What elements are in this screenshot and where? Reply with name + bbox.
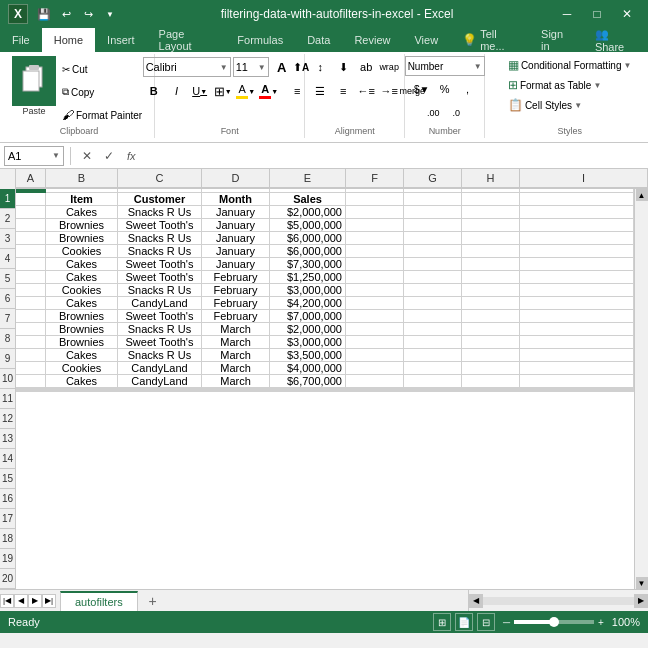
cell-d20[interactable]: [202, 391, 270, 392]
cell-a14[interactable]: [16, 349, 46, 362]
tab-nav-prev[interactable]: ◀: [14, 594, 28, 608]
zoom-in-button[interactable]: +: [598, 617, 604, 628]
cell-e4[interactable]: $5,000,000: [270, 219, 346, 232]
tab-nav-last[interactable]: ▶|: [42, 594, 56, 608]
row-num-10[interactable]: 10: [0, 369, 16, 389]
col-header-d[interactable]: D: [202, 169, 270, 188]
cell-h16[interactable]: [462, 375, 520, 388]
cell-h11[interactable]: [462, 310, 520, 323]
cell-a6[interactable]: [16, 245, 46, 258]
cell-f11[interactable]: [346, 310, 404, 323]
cell-h4[interactable]: [462, 219, 520, 232]
cell-f14[interactable]: [346, 349, 404, 362]
tab-nav-first[interactable]: |◀: [0, 594, 14, 608]
cell-b3[interactable]: Cakes: [46, 206, 118, 219]
format-as-table-button[interactable]: ⊞ Format as Table ▼: [503, 76, 637, 94]
row-num-6[interactable]: 6: [0, 289, 16, 309]
row-num-1[interactable]: 1: [0, 189, 16, 209]
cell-e2[interactable]: Sales: [270, 193, 346, 206]
zoom-out-button[interactable]: ─: [503, 617, 510, 628]
font-size-selector[interactable]: 11 ▼: [233, 57, 269, 77]
cell-g2[interactable]: [404, 193, 462, 206]
tab-sign-in[interactable]: Sign in: [529, 28, 583, 52]
number-format-selector[interactable]: Number ▼: [405, 56, 485, 76]
cell-c13[interactable]: Sweet Tooth's: [118, 336, 202, 349]
row-num-20[interactable]: 20: [0, 569, 16, 589]
cell-e9[interactable]: $3,000,000: [270, 284, 346, 297]
row-num-15[interactable]: 15: [0, 469, 16, 489]
cell-h5[interactable]: [462, 232, 520, 245]
row-num-3[interactable]: 3: [0, 229, 16, 249]
cell-a7[interactable]: [16, 258, 46, 271]
cell-f2[interactable]: [346, 193, 404, 206]
cell-g11[interactable]: [404, 310, 462, 323]
cell-e16[interactable]: $6,700,000: [270, 375, 346, 388]
cell-a15[interactable]: [16, 362, 46, 375]
fill-color-button[interactable]: A ▼: [235, 80, 257, 102]
cell-f7[interactable]: [346, 258, 404, 271]
maximize-button[interactable]: □: [584, 4, 610, 24]
cell-a5[interactable]: [16, 232, 46, 245]
cell-c4[interactable]: Sweet Tooth's: [118, 219, 202, 232]
undo-button[interactable]: ↩: [56, 4, 76, 24]
cell-a10[interactable]: [16, 297, 46, 310]
normal-view-button[interactable]: ⊞: [433, 613, 451, 631]
row-num-9[interactable]: 9: [0, 349, 16, 369]
tab-formulas[interactable]: Formulas: [225, 28, 295, 52]
decrease-indent-button[interactable]: ←≡: [355, 80, 377, 102]
cell-i8[interactable]: [520, 271, 634, 284]
close-button[interactable]: ✕: [614, 4, 640, 24]
col-header-h[interactable]: H: [462, 169, 520, 188]
row-num-5[interactable]: 5: [0, 269, 16, 289]
cell-g5[interactable]: [404, 232, 462, 245]
cell-f20[interactable]: [346, 391, 404, 392]
row-num-4[interactable]: 4: [0, 249, 16, 269]
cell-c20[interactable]: [118, 391, 202, 392]
cell-b10[interactable]: Cakes: [46, 297, 118, 310]
tab-share[interactable]: 👥 Share: [583, 28, 648, 52]
row-num-17[interactable]: 17: [0, 509, 16, 529]
col-header-b[interactable]: B: [46, 169, 118, 188]
align-bottom-button[interactable]: ⬇: [332, 56, 354, 78]
cell-e20[interactable]: [270, 391, 346, 392]
underline-button[interactable]: U ▼: [189, 80, 211, 102]
cell-e10[interactable]: $4,200,000: [270, 297, 346, 310]
cell-d5[interactable]: January: [202, 232, 270, 245]
cell-styles-button[interactable]: 📋 Cell Styles ▼: [503, 96, 637, 114]
formula-input[interactable]: [144, 146, 644, 166]
format-painter-button[interactable]: 🖌Format Painter: [58, 104, 146, 126]
tab-review[interactable]: Review: [342, 28, 402, 52]
font-color-button[interactable]: A ▼: [258, 80, 280, 102]
cell-b12[interactable]: Brownies: [46, 323, 118, 336]
cell-e8[interactable]: $1,250,000: [270, 271, 346, 284]
sheet-tab-autofilters[interactable]: autofilters: [60, 591, 138, 611]
cell-h7[interactable]: [462, 258, 520, 271]
cell-c7[interactable]: Sweet Tooth's: [118, 258, 202, 271]
cell-f8[interactable]: [346, 271, 404, 284]
cell-b7[interactable]: Cakes: [46, 258, 118, 271]
row-num-7[interactable]: 7: [0, 309, 16, 329]
cell-g9[interactable]: [404, 284, 462, 297]
cell-b13[interactable]: Brownies: [46, 336, 118, 349]
cell-e3[interactable]: $2,000,000: [270, 206, 346, 219]
cut-button[interactable]: ✂Cut: [58, 58, 146, 80]
cell-d8[interactable]: February: [202, 271, 270, 284]
bold-button[interactable]: B: [143, 80, 165, 102]
redo-button[interactable]: ↪: [78, 4, 98, 24]
cell-e14[interactable]: $3,500,000: [270, 349, 346, 362]
cell-h20[interactable]: [462, 391, 520, 392]
cell-d7[interactable]: January: [202, 258, 270, 271]
cell-g8[interactable]: [404, 271, 462, 284]
cell-e11[interactable]: $7,000,000: [270, 310, 346, 323]
comma-button[interactable]: ,: [457, 78, 479, 100]
col-header-a[interactable]: A: [16, 169, 46, 188]
cell-h12[interactable]: [462, 323, 520, 336]
cell-c12[interactable]: Snacks R Us: [118, 323, 202, 336]
row-num-13[interactable]: 13: [0, 429, 16, 449]
cell-h13[interactable]: [462, 336, 520, 349]
cell-e5[interactable]: $6,000,000: [270, 232, 346, 245]
cell-b15[interactable]: Cookies: [46, 362, 118, 375]
tab-file[interactable]: File: [0, 28, 42, 52]
align-middle-button[interactable]: ↕: [309, 56, 331, 78]
cell-c3[interactable]: Snacks R Us: [118, 206, 202, 219]
